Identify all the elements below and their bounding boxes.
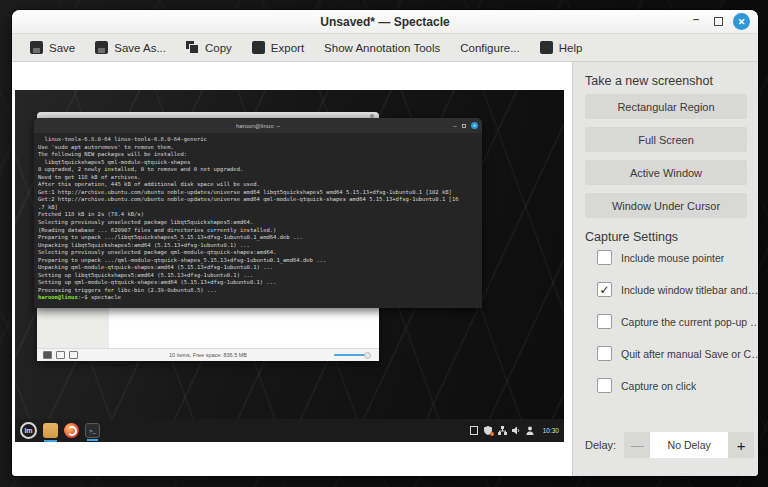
help-icon [540, 41, 553, 54]
help-label: Help [559, 42, 583, 54]
window-list-icon [470, 426, 479, 435]
file-manager-content [109, 308, 379, 348]
delay-spinbox[interactable]: — No Delay + [624, 432, 754, 458]
terminal-line: Get:2 http://archive.ubuntu.com/ubuntu n… [38, 196, 478, 204]
taskbar-apps: lm >_ [20, 422, 100, 439]
export-button[interactable]: Export [244, 38, 312, 57]
checkbox-box[interactable] [597, 378, 612, 393]
checkbox-label: Capture on click [621, 380, 696, 392]
delay-label: Delay: [585, 439, 616, 451]
file-manager-status-text: 10 items, Free space: 836.5 MB [37, 352, 379, 358]
terminal-line: Preparing to unpack .../libqt5quickshape… [38, 234, 478, 242]
terminal-prompt-line: haroon@linux:~$ spectacle [38, 294, 478, 302]
export-icon [252, 41, 265, 54]
taskbar: lm >_ [15, 419, 564, 442]
file-manager-statusbar: 10 items, Free space: 836.5 MB [37, 348, 379, 361]
capture-settings-heading: Capture Settings [573, 226, 758, 250]
delay-decrease-button[interactable]: — [624, 432, 650, 458]
spectacle-window: Unsaved* — Spectacle – ✕ Save Save As...… [12, 10, 758, 476]
terminal-line: Fetched 118 kB in 2s (78.4 kB/s) [38, 211, 478, 219]
terminal-prompt-user: haroon@linux [38, 294, 78, 300]
terminal-line: Selecting previously unselected package … [38, 249, 478, 257]
content-area: haroon@linux: ~ – ✕ linux-tools-6.8.0-64… [12, 62, 758, 476]
help-button[interactable]: Help [532, 38, 591, 57]
taskbar-clock: 10:30 [543, 427, 559, 434]
terminal-maximize-icon [462, 124, 466, 128]
full-screen-button[interactable]: Full Screen [585, 127, 747, 152]
save-icon [30, 41, 43, 54]
terminal-line: Setting up qml-module-qtquick-shapes:amd… [38, 279, 478, 287]
mint-menu-icon: lm [20, 422, 37, 439]
user-icon [526, 426, 535, 435]
checkbox-label: Include window titlebar and… [621, 284, 758, 296]
volume-icon [512, 426, 521, 435]
configure-button[interactable]: Configure... [452, 39, 527, 57]
checkbox-quit-after-save[interactable]: Quit after manual Save or C… [597, 346, 758, 361]
copy-button[interactable]: Copy [178, 38, 240, 57]
checkbox-label: Include mouse pointer [621, 252, 724, 264]
window-under-cursor-button[interactable]: Window Under Cursor [585, 193, 747, 218]
terminal-line: Unpacking qml-module-qtquick-shapes:amd6… [38, 264, 478, 272]
terminal-line: 0 upgraded, 2 newly installed, 0 to remo… [38, 166, 478, 174]
show-annotation-tools-button[interactable]: Show Annotation Tools [316, 39, 448, 57]
checkbox-include-window-titlebar[interactable]: ✓ Include window titlebar and… [597, 282, 758, 297]
checkbox-capture-on-click[interactable]: Capture on click [597, 378, 758, 393]
delay-row: Delay: — No Delay + [573, 432, 758, 458]
terminal-line: Need to get 118 kB of archives. [38, 174, 478, 182]
checkbox-box[interactable] [597, 250, 612, 265]
terminal-title: haroon@linux: ~ [34, 123, 482, 129]
maximize-button[interactable] [714, 17, 723, 26]
files-app-icon [43, 423, 58, 438]
terminal-line: Selecting previously unselected package … [38, 219, 478, 227]
update-badge [490, 432, 494, 436]
checkbox-box[interactable]: ✓ [597, 282, 612, 297]
window-title: Unsaved* — Spectacle [12, 15, 758, 29]
terminal-line: (Reading database ... 620907 files and d… [38, 227, 478, 235]
save-as-button[interactable]: Save As... [87, 38, 174, 57]
terminal-line: Setting up libqt5quickshapes5:amd64 (5.1… [38, 272, 478, 280]
minimize-button[interactable]: – [688, 14, 704, 30]
terminal-line: Preparing to unpack .../qml-module-qtqui… [38, 257, 478, 265]
side-panel: Take a new screenshot Rectangular Region… [572, 62, 758, 476]
file-manager-sidebar [37, 308, 109, 348]
terminal-minimize-icon: – [453, 124, 457, 128]
delay-increase-button[interactable]: + [728, 432, 754, 458]
zoom-slider-track [334, 354, 368, 356]
checkbox-box[interactable] [597, 314, 612, 329]
close-button[interactable]: ✕ [733, 13, 750, 30]
terminal-line: After this operation, 445 kB of addition… [38, 181, 478, 189]
delay-value[interactable]: No Delay [650, 432, 728, 458]
terminal-window-controls: – ✕ [453, 122, 478, 129]
terminal-line: libqt5quickshapes5 qml-module-qtquick-sh… [38, 159, 478, 167]
checkbox-label: Capture the current pop-up … [621, 316, 758, 328]
file-manager-zoom-slider [334, 352, 371, 359]
configure-label: Configure... [460, 42, 519, 54]
screenshot-preview: haroon@linux: ~ – ✕ linux-tools-6.8.0-64… [15, 90, 564, 442]
save-as-label: Save As... [114, 42, 166, 54]
checkbox-capture-popup[interactable]: Capture the current pop-up … [597, 314, 758, 329]
terminal-prompt-command: :~$ spectacle [78, 294, 121, 300]
window-controls: – ✕ [688, 13, 750, 30]
file-manager-window: 10 items, Free space: 836.5 MB [37, 308, 379, 361]
active-window-button[interactable]: Active Window [585, 160, 747, 185]
titlebar[interactable]: Unsaved* — Spectacle – ✕ [12, 10, 758, 34]
terminal-line: linux-tools-6.8.0-64 linux-tools-6.8.0-6… [38, 136, 478, 144]
show-annotation-tools-label: Show Annotation Tools [324, 42, 440, 54]
shield-icon [484, 426, 493, 435]
system-tray: 10:30 [470, 426, 559, 435]
network-icon [498, 426, 507, 435]
save-label: Save [49, 42, 75, 54]
new-screenshot-heading: Take a new screenshot [573, 70, 758, 94]
terminal-titlebar: haroon@linux: ~ – ✕ [34, 118, 482, 133]
file-manager-body [37, 308, 379, 348]
copy-label: Copy [205, 42, 232, 54]
terminal-line: Use 'sudo apt autoremove' to remove them… [38, 144, 478, 152]
terminal-line: Unpacking libqt5quickshapes5:amd64 (5.15… [38, 242, 478, 250]
checkbox-include-mouse-pointer[interactable]: Include mouse pointer [597, 250, 758, 265]
save-button[interactable]: Save [22, 38, 83, 57]
checkbox-box[interactable] [597, 346, 612, 361]
copy-icon [186, 41, 199, 54]
terminal-line: Get:1 http://archive.ubuntu.com/ubuntu n… [38, 189, 478, 197]
export-label: Export [271, 42, 304, 54]
rectangular-region-button[interactable]: Rectangular Region [585, 94, 747, 119]
